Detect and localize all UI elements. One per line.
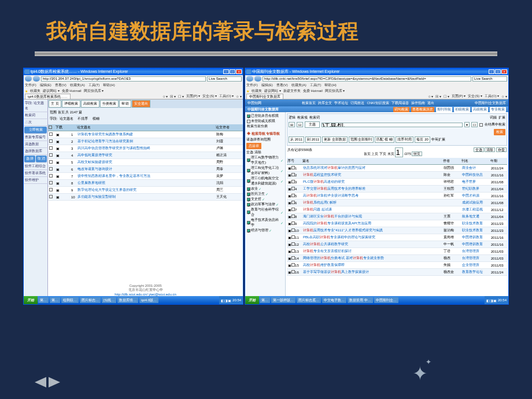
result-link[interactable]: 四川高中信息管理教学研究开发与课程型性始终 bbox=[76, 145, 215, 152]
row-checkbox[interactable] bbox=[49, 139, 53, 143]
fav-star-icon[interactable]: ★ bbox=[246, 89, 249, 93]
tool-help[interactable]: ☆ ▾ bbox=[236, 94, 242, 98]
minimize-button[interactable]: − bbox=[489, 69, 494, 74]
row-checkbox[interactable] bbox=[291, 166, 295, 169]
cnki-nav-button[interactable]: 专业检索 bbox=[490, 107, 506, 112]
row-checkbox[interactable] bbox=[291, 228, 295, 232]
page-nav[interactable]: 首页 上页 下页 末页 bbox=[364, 152, 394, 156]
category-item[interactable]: ✓理工B(化学化工冶金环矿材料) ✓ bbox=[246, 165, 284, 176]
tool-page[interactable]: 页面(P) ▾ bbox=[452, 94, 466, 99]
search-button[interactable]: 检索 bbox=[494, 129, 505, 135]
menu-tools[interactable]: 工具(T) bbox=[310, 83, 322, 88]
row-checkbox[interactable] bbox=[291, 235, 295, 239]
fav-item-1[interactable]: 建议网站 ▾ bbox=[264, 88, 281, 94]
cnki-header-link[interactable]: 跨库全文 bbox=[318, 101, 332, 106]
row-checkbox[interactable] bbox=[49, 132, 53, 136]
fav-star-icon[interactable]: ★ bbox=[25, 89, 28, 93]
cnki-header-link[interactable]: 操作指南 bbox=[411, 101, 425, 106]
taskbar-item[interactable]: 图片标志底… bbox=[297, 297, 321, 303]
taskbar-item[interactable]: 中国期刊全… bbox=[374, 297, 398, 303]
menu-tools[interactable]: 工具(T) bbox=[88, 83, 100, 88]
cat-checkbox[interactable]: ✓ bbox=[247, 221, 250, 224]
result-link[interactable]: PLC微计算机高速动的研究 bbox=[302, 179, 442, 186]
cat-checkbox[interactable]: ✓ bbox=[247, 203, 250, 206]
fav-item-2[interactable]: 免费 Hotmail bbox=[62, 88, 82, 94]
tab-detail[interactable]: 详细检索 bbox=[62, 100, 80, 108]
result-link[interactable]: 电改等请案与咨询设计 bbox=[76, 166, 215, 173]
match-select[interactable]: 匹配 模 糊 bbox=[375, 136, 394, 143]
cat-checkbox[interactable]: ✓ bbox=[247, 179, 250, 183]
goto-button[interactable]: 转页 bbox=[412, 152, 422, 156]
taskbar-item[interactable]: 数据资用 中… bbox=[348, 297, 373, 303]
browser-tab-2[interactable]: 中国期刊全文数据库 bbox=[246, 94, 283, 99]
checkall-checkbox[interactable] bbox=[49, 125, 52, 129]
result-link[interactable]: 工学交替计算机应用技术专业的培养标准 bbox=[302, 186, 442, 193]
result-link[interactable]: 设中性知思教程课名里中，专业教定基本可方法 bbox=[76, 173, 215, 180]
year-from[interactable]: 从 2011 bbox=[289, 136, 304, 143]
tool-tools[interactable]: 工具(O) ▾ bbox=[485, 94, 499, 99]
menu-edit[interactable]: 编辑(E) bbox=[40, 83, 51, 88]
sidebar-link-3[interactable]: 选择数据库 bbox=[24, 148, 47, 155]
cnki-header-link[interactable]: CNKI知识搜索 bbox=[367, 101, 389, 106]
result-link[interactable]: 高校计算机公共课程教学研究 bbox=[302, 241, 442, 248]
year-to[interactable]: 到 2011 bbox=[305, 136, 321, 143]
category-item[interactable]: ✓政治军事与法律 ✓ bbox=[246, 202, 284, 207]
no-sort[interactable]: 不排序 bbox=[77, 116, 88, 121]
result-link[interactable]: 海门港区安台计算机平台的设计与实现 bbox=[302, 213, 442, 220]
row-checkbox[interactable] bbox=[49, 188, 53, 191]
row-checkbox[interactable] bbox=[49, 146, 53, 150]
forward-button[interactable] bbox=[33, 76, 40, 82]
back-button[interactable] bbox=[246, 76, 253, 82]
row-checkbox[interactable] bbox=[291, 256, 295, 260]
fav-item-4[interactable]: 网页快讯库 ▾ bbox=[325, 88, 345, 94]
cnki-header-link[interactable]: 学术论坛 bbox=[334, 101, 348, 106]
tab-help[interactable]: 帮 助 bbox=[119, 100, 132, 108]
prev-slide-button[interactable] bbox=[35, 377, 46, 387]
result-link[interactable]: 高校计算机维护教育保障即 bbox=[302, 262, 442, 269]
sidebar-opt-2[interactable]: 软件著录系统 bbox=[24, 170, 47, 177]
tool-tools[interactable]: 工具(O) ▾ bbox=[219, 94, 234, 99]
result-link[interactable]: 高计算机计算机毕业设计清晰学思考 bbox=[302, 193, 442, 200]
menu-help[interactable]: 帮助(H) bbox=[103, 83, 114, 88]
category-item[interactable]: ✓理工C(机电航空交通水利建筑能源) ✓ bbox=[246, 176, 284, 186]
row-checkbox[interactable] bbox=[291, 249, 295, 253]
cancel-button[interactable]: 取 消 bbox=[36, 156, 47, 162]
row-checkbox[interactable] bbox=[49, 160, 53, 164]
taskbar-item[interactable]: 第… bbox=[38, 297, 49, 303]
cnki-nav-button[interactable]: 期刊导航 bbox=[436, 107, 452, 112]
cat-checkbox[interactable]: ✓ bbox=[247, 158, 250, 162]
scope-select[interactable]: 范围 全部期刊 bbox=[349, 136, 374, 143]
tool-home[interactable]: ☆ ▾ bbox=[162, 94, 168, 98]
all-directory-button[interactable]: 总目录 bbox=[246, 143, 261, 149]
row-checkbox[interactable] bbox=[291, 263, 295, 267]
minimize-button[interactable]: − bbox=[223, 69, 229, 74]
cat-checkbox[interactable]: ✓ bbox=[247, 210, 250, 214]
cat-checkbox[interactable]: ✓ bbox=[247, 193, 250, 196]
result-link[interactable]: 计算机专业研究生实践教学体系构建 bbox=[76, 131, 215, 138]
menu-fav[interactable]: 收藏夹(A) bbox=[291, 83, 306, 88]
url-input-1[interactable]: http://201.204.37.243/tpi_1/srcup/cgi/ts… bbox=[41, 76, 206, 82]
perpage-select[interactable]: 每页 20 bbox=[415, 136, 430, 143]
result-link[interactable]: 多功能表与实验室型研制 bbox=[76, 194, 215, 201]
menu-file[interactable]: 文件(F) bbox=[25, 83, 36, 88]
row-checkbox[interactable] bbox=[291, 173, 295, 176]
close-button[interactable]: × bbox=[501, 69, 507, 74]
maximize-button[interactable]: □ bbox=[230, 69, 235, 74]
row-checkbox[interactable] bbox=[291, 270, 295, 274]
menu-fav[interactable]: 收藏夹(A) bbox=[70, 83, 85, 88]
search-field-select[interactable]: 主题 bbox=[305, 121, 320, 128]
tool-mail[interactable]: ☐ ▾ bbox=[444, 94, 449, 98]
menu-edit[interactable]: 编辑(E) bbox=[261, 83, 273, 88]
cnki-nav-button[interactable]: 高级检索 bbox=[472, 107, 488, 112]
sort-select[interactable]: 排序 时间 bbox=[396, 136, 414, 143]
result-link[interactable]: 计算机专业有文发表模径初探讨 bbox=[302, 248, 442, 255]
sidebar-link-1[interactable]: 查新专库编号 bbox=[24, 134, 47, 141]
category-item[interactable]: ✓医药卫生 ✓ bbox=[246, 191, 284, 197]
menu-view[interactable]: 查看(V) bbox=[276, 83, 288, 88]
tool-feed[interactable]: ☒ ▾ bbox=[435, 94, 441, 98]
result-link[interactable]: 信息系统环境对计算机审计的意图与应对 bbox=[302, 165, 442, 172]
tool-home[interactable]: ☆ ▾ bbox=[428, 94, 434, 98]
taskbar-item[interactable]: tpi4.0版… bbox=[139, 297, 158, 303]
result-link[interactable]: 高校文献实验建设研究 bbox=[76, 159, 215, 166]
category-item[interactable]: ✓经济与管理 ✓ bbox=[246, 228, 284, 233]
